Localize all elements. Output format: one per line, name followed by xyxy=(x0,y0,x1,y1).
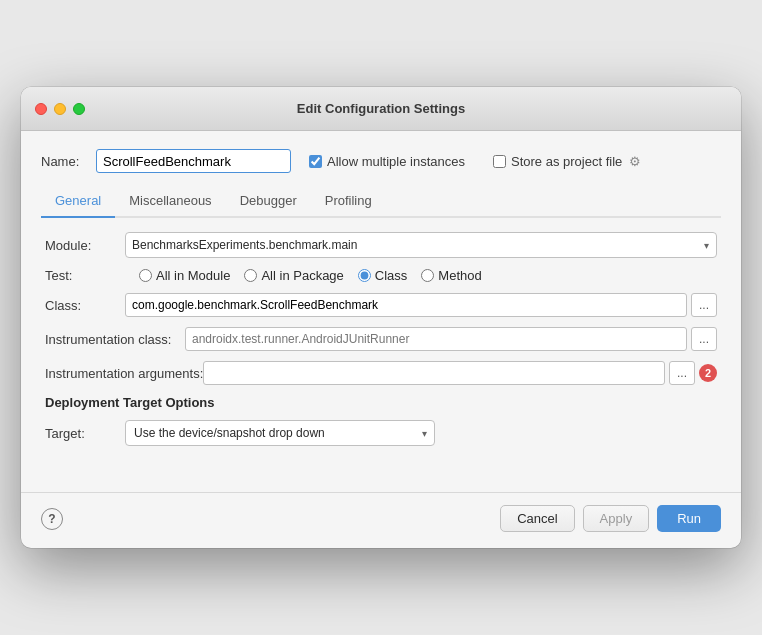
instrumentation-args-label: Instrumentation arguments: xyxy=(45,366,203,381)
radio-class[interactable]: Class xyxy=(358,268,408,283)
titlebar: Edit Configuration Settings xyxy=(21,87,741,131)
radio-all-package-input[interactable] xyxy=(244,269,257,282)
tab-profiling[interactable]: Profiling xyxy=(311,187,386,216)
tabs-container: General Miscellaneous Debugger Profiling xyxy=(41,187,721,218)
store-project-group: Store as project file ⚙ xyxy=(493,154,641,169)
store-project-checkbox[interactable] xyxy=(493,155,506,168)
module-select-wrapper: BenchmarksExperiments.benchmark.main ▾ xyxy=(125,232,717,258)
instrumentation-args-browse-button[interactable]: ... xyxy=(669,361,695,385)
class-label: Class: xyxy=(45,298,125,313)
tab-general[interactable]: General xyxy=(41,187,115,216)
instrumentation-args-badge: 2 xyxy=(699,364,717,382)
class-input[interactable] xyxy=(125,293,687,317)
allow-multiple-checkbox[interactable] xyxy=(309,155,322,168)
radio-all-package-label: All in Package xyxy=(261,268,343,283)
name-input[interactable] xyxy=(96,149,291,173)
instrumentation-args-row: Instrumentation arguments: ... 2 xyxy=(45,361,717,385)
target-select[interactable]: Use the device/snapshot drop down xyxy=(125,420,435,446)
radio-method-label: Method xyxy=(438,268,481,283)
run-button[interactable]: Run xyxy=(657,505,721,532)
radio-all-module-label: All in Module xyxy=(156,268,230,283)
target-label: Target: xyxy=(45,426,125,441)
target-select-wrapper: Use the device/snapshot drop down ▾ xyxy=(125,420,435,446)
minimize-button[interactable] xyxy=(54,103,66,115)
tab-debugger[interactable]: Debugger xyxy=(226,187,311,216)
target-row: Target: Use the device/snapshot drop dow… xyxy=(45,420,717,446)
instrumentation-class-input[interactable] xyxy=(185,327,687,351)
module-label: Module: xyxy=(45,238,125,253)
test-row: Test: All in Module All in Package Class… xyxy=(45,268,717,283)
footer: ? Cancel Apply Run xyxy=(21,492,741,548)
maximize-button[interactable] xyxy=(73,103,85,115)
store-project-label: Store as project file xyxy=(511,154,622,169)
allow-multiple-label: Allow multiple instances xyxy=(327,154,465,169)
main-window: Edit Configuration Settings Name: Allow … xyxy=(21,87,741,548)
module-row: Module: BenchmarksExperiments.benchmark.… xyxy=(45,232,717,258)
instrumentation-args-input[interactable] xyxy=(203,361,665,385)
radio-all-package[interactable]: All in Package xyxy=(244,268,343,283)
footer-buttons: Cancel Apply Run xyxy=(500,505,721,532)
test-label: Test: xyxy=(45,268,125,283)
radio-class-label: Class xyxy=(375,268,408,283)
instrumentation-class-browse-button[interactable]: ... xyxy=(691,327,717,351)
window-title: Edit Configuration Settings xyxy=(297,101,465,116)
radio-class-input[interactable] xyxy=(358,269,371,282)
help-button[interactable]: ? xyxy=(41,508,63,530)
radio-all-module-input[interactable] xyxy=(139,269,152,282)
name-row: Name: Allow multiple instances Store as … xyxy=(41,149,721,173)
form-section: Module: BenchmarksExperiments.benchmark.… xyxy=(41,232,721,446)
module-select[interactable]: BenchmarksExperiments.benchmark.main xyxy=(125,232,717,258)
deployment-section: Deployment Target Options Target: Use th… xyxy=(45,395,717,446)
cancel-button[interactable]: Cancel xyxy=(500,505,574,532)
name-label: Name: xyxy=(41,154,86,169)
tab-miscellaneous[interactable]: Miscellaneous xyxy=(115,187,225,216)
radio-method[interactable]: Method xyxy=(421,268,481,283)
deployment-title: Deployment Target Options xyxy=(45,395,717,410)
instrumentation-class-row: Instrumentation class: ... xyxy=(45,327,717,351)
gear-icon: ⚙ xyxy=(629,154,641,169)
traffic-lights xyxy=(35,103,85,115)
content-area: Name: Allow multiple instances Store as … xyxy=(21,131,741,462)
class-browse-button[interactable]: ... xyxy=(691,293,717,317)
radio-method-input[interactable] xyxy=(421,269,434,282)
radio-all-module[interactable]: All in Module xyxy=(139,268,230,283)
allow-multiple-group: Allow multiple instances xyxy=(309,154,465,169)
apply-button[interactable]: Apply xyxy=(583,505,650,532)
instrumentation-class-label: Instrumentation class: xyxy=(45,332,185,347)
class-row: Class: ... xyxy=(45,293,717,317)
close-button[interactable] xyxy=(35,103,47,115)
